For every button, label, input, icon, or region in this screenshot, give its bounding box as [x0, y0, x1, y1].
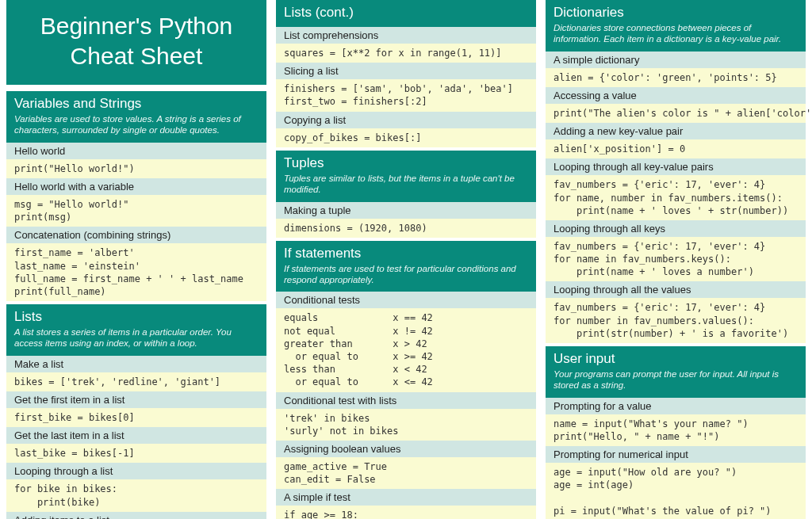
subhead: Concatenation (combining strings): [6, 227, 266, 243]
section-title: Lists (cont.): [284, 5, 528, 21]
code-block: age = input("How old are you? ") age = i…: [546, 463, 806, 519]
code-block: game_active = True can_edit = False: [276, 457, 536, 489]
code-block: 'trek' in bikes 'surly' not in bikes: [276, 409, 536, 441]
section-title: Lists: [14, 309, 259, 325]
section-title: User input: [553, 351, 798, 367]
section-user-input: User input Your programs can prompt the …: [546, 346, 806, 398]
title-line-2: Cheat Sheet: [71, 43, 203, 69]
section-desc: Tuples are similar to lists, but the ite…: [284, 173, 528, 196]
column-2: Lists (cont.) List comprehensions square…: [276, 0, 536, 519]
subhead: Hello world: [6, 143, 266, 159]
code-block: if age >= 18: print("You can vote!"): [276, 506, 536, 519]
code-block: first_name = 'albert' last_name = 'einst…: [6, 243, 266, 301]
code-block: for bike in bikes: print(bike): [6, 479, 266, 511]
section-title: Variables and Strings: [14, 96, 259, 112]
subhead: Looping through a list: [6, 463, 266, 479]
subhead: Make a list: [6, 356, 266, 372]
subhead: Making a tuple: [276, 202, 536, 219]
subhead: A simple dictionary: [546, 52, 806, 68]
code-block: dimensions = (1920, 1080): [276, 219, 536, 238]
subhead: Assigning boolean values: [276, 441, 536, 457]
section-title: If statements: [284, 246, 528, 261]
subhead: Looping through all keys: [546, 220, 806, 237]
code-block: alien['x_position'] = 0: [546, 139, 806, 158]
column-1: Beginner's Python Cheat Sheet Variables …: [6, 0, 266, 519]
cheat-sheet-page: Beginner's Python Cheat Sheet Variables …: [0, 0, 812, 519]
code-block: name = input("What's your name? ") print…: [546, 414, 806, 446]
main-title: Beginner's Python Cheat Sheet: [14, 11, 259, 71]
section-desc: Dictionaries store connections between p…: [553, 22, 798, 45]
subhead: Get the first item in a list: [6, 391, 266, 408]
code-block: print("The alien's color is " + alien['c…: [546, 104, 806, 123]
section-dictionaries: Dictionaries Dictionaries store connecti…: [546, 0, 806, 52]
subhead: Adding a new key-value pair: [546, 123, 806, 139]
code-block: finishers = ['sam', 'bob', 'ada', 'bea']…: [276, 79, 536, 111]
subhead: Prompting for numerical input: [546, 446, 806, 463]
subhead: Adding items to a list: [6, 512, 266, 519]
title-line-1: Beginner's Python: [40, 13, 233, 39]
subhead: Get the last item in a list: [6, 427, 266, 444]
code-block: fav_numbers = {'eric': 17, 'ever': 4} fo…: [546, 237, 806, 282]
column-3: Dictionaries Dictionaries store connecti…: [546, 0, 806, 519]
section-desc: A list stores a series of items in a par…: [14, 326, 259, 349]
code-block: fav_numbers = {'eric': 17, 'ever': 4} fo…: [546, 298, 806, 343]
code-block: first_bike = bikes[0]: [6, 408, 266, 427]
subhead: Looping through all key-value pairs: [546, 158, 806, 175]
section-desc: Variables are used to store values. A st…: [14, 113, 259, 136]
code-block: equals x == 42 not equal x != 42 greater…: [276, 308, 536, 391]
section-tuples: Tuples Tuples are similar to lists, but …: [276, 151, 536, 202]
subhead: Conditional tests: [276, 292, 536, 308]
code-block: msg = "Hello world!" print(msg): [6, 195, 266, 227]
section-desc: If statements are used to test for parti…: [284, 263, 528, 286]
subhead: Looping through all the values: [546, 281, 806, 298]
section-title: Dictionaries: [553, 5, 798, 21]
section-variables-strings: Variables and Strings Variables are used…: [6, 91, 266, 143]
code-block: bikes = ['trek', 'redline', 'giant']: [6, 372, 266, 391]
code-block: print("Hello world!"): [6, 159, 266, 178]
section-lists-cont: Lists (cont.): [276, 0, 536, 27]
subhead: Prompting for a value: [546, 398, 806, 414]
section-lists: Lists A list stores a series of items in…: [6, 304, 266, 356]
main-title-block: Beginner's Python Cheat Sheet: [6, 0, 266, 85]
code-block: squares = [x**2 for x in range(1, 11)]: [276, 44, 536, 63]
code-block: copy_of_bikes = bikes[:]: [276, 128, 536, 147]
subhead: Copying a list: [276, 112, 536, 128]
subhead: List comprehensions: [276, 27, 536, 44]
subhead: Conditional test with lists: [276, 392, 536, 409]
subhead: A simple if test: [276, 489, 536, 506]
section-if-statements: If statements If statements are used to …: [276, 241, 536, 292]
code-block: fav_numbers = {'eric': 17, 'ever': 4} fo…: [546, 175, 806, 220]
subhead: Hello world with a variable: [6, 178, 266, 195]
code-block: alien = {'color': 'green', 'points': 5}: [546, 68, 806, 87]
subhead: Accessing a value: [546, 87, 806, 104]
code-block: last_bike = bikes[-1]: [6, 444, 266, 463]
section-desc: Your programs can prompt the user for in…: [553, 368, 798, 391]
subhead: Slicing a list: [276, 63, 536, 79]
section-title: Tuples: [284, 155, 528, 171]
